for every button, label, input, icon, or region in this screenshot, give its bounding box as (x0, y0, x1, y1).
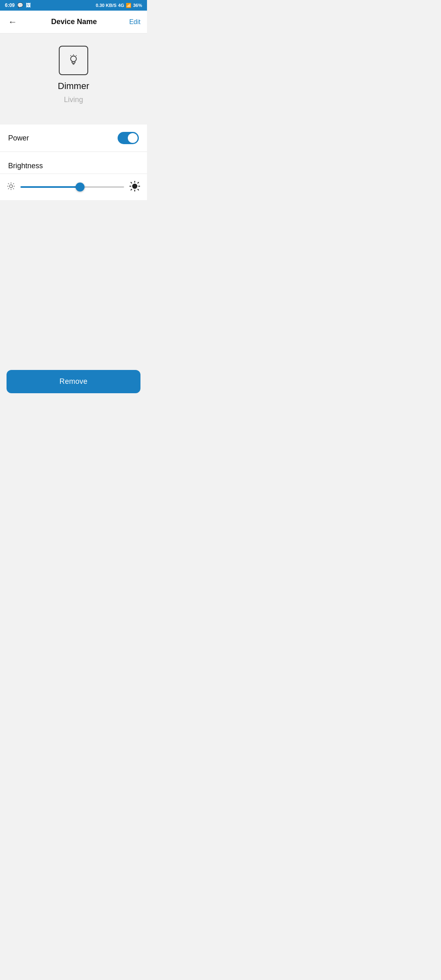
toggle-slider (118, 132, 139, 144)
network-type: 4G (118, 3, 124, 8)
page-title: Device Name (51, 18, 97, 26)
device-name: Dimmer (58, 81, 89, 91)
power-toggle[interactable] (118, 132, 139, 144)
header: ← Device Name Edit (0, 11, 147, 33)
device-icon-wrapper (59, 46, 88, 75)
svg-line-23 (131, 189, 132, 190)
remove-btn-container: Remove (0, 363, 147, 400)
svg-line-20 (131, 182, 132, 183)
dimmer-icon (65, 52, 82, 69)
brightness-slider[interactable] (20, 186, 124, 188)
device-room: Living (64, 96, 83, 104)
device-hero: Dimmer Living (0, 33, 147, 125)
svg-line-14 (8, 188, 9, 189)
svg-point-15 (133, 184, 137, 189)
remove-button[interactable]: Remove (7, 370, 140, 393)
svg-line-22 (138, 182, 139, 183)
status-time: 6:09 (5, 2, 15, 8)
power-label: Power (8, 134, 29, 143)
whatsapp-icon: 💬 (17, 2, 23, 8)
status-bar: 6:09 💬 🖼 0.30 KB/S 4G 📶 36% (0, 0, 147, 11)
svg-line-21 (138, 189, 139, 190)
brightness-slider-row (0, 174, 147, 200)
svg-point-0 (71, 56, 76, 62)
power-row: Power (0, 125, 147, 152)
controls-section: Power Brightness (0, 125, 147, 200)
image-icon: 🖼 (26, 2, 31, 8)
svg-line-5 (76, 56, 77, 56)
network-speed: 0.30 KB/S (96, 3, 117, 8)
edit-button[interactable]: Edit (129, 18, 140, 26)
brightness-low-icon (7, 182, 16, 192)
back-button[interactable]: ← (7, 15, 19, 29)
svg-line-4 (71, 56, 71, 56)
status-left: 6:09 💬 🖼 (5, 2, 31, 8)
signal-icon: 📶 (126, 3, 131, 8)
status-right: 0.30 KB/S 4G 📶 36% (96, 3, 142, 8)
brightness-high-icon (129, 180, 140, 194)
battery-level: 36% (133, 3, 142, 8)
svg-point-6 (9, 185, 12, 187)
svg-line-11 (8, 183, 9, 184)
brightness-label: Brightness (0, 155, 147, 174)
svg-line-12 (13, 188, 14, 189)
bottom-spacer (0, 200, 147, 363)
brightness-section: Brightness (0, 155, 147, 200)
svg-line-13 (13, 183, 14, 184)
